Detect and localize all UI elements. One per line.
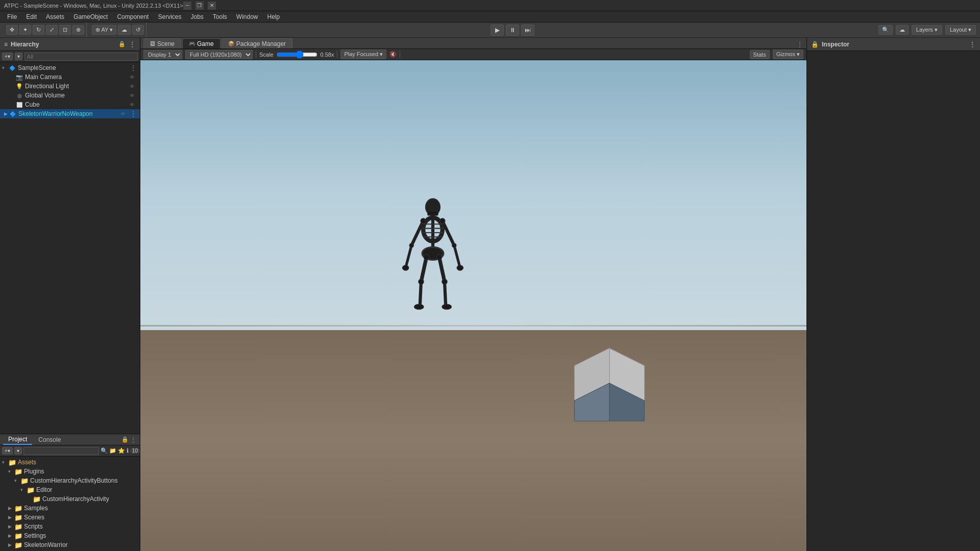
- tab-project[interactable]: Project: [3, 435, 32, 445]
- inspector-title: Inspector: [822, 41, 849, 48]
- mute-icon[interactable]: 🔇: [389, 51, 397, 58]
- cube-label: Cube: [25, 101, 130, 108]
- menu-window[interactable]: Window: [232, 12, 262, 21]
- tab-console[interactable]: Console: [33, 435, 66, 444]
- hierarchy-search-input[interactable]: [24, 53, 138, 61]
- hierarchy-item-main-camera[interactable]: ▶ 📷 Main Camera 👁: [0, 72, 140, 82]
- hierarchy-item-cube[interactable]: ▶ ⬜ Cube 👁: [0, 100, 140, 109]
- restore-button[interactable]: ❐: [195, 2, 204, 10]
- plugins-folder-icon: 📁: [14, 468, 22, 475]
- layout-dropdown[interactable]: Layout ▾: [945, 25, 976, 35]
- inspector-more-icon[interactable]: ⋮: [969, 40, 976, 48]
- hierarchy-item-global-volume[interactable]: ▶ ◎ Global Volume 👁: [0, 91, 140, 100]
- play-focused-button[interactable]: Play Focused ▾: [340, 49, 386, 59]
- menu-component[interactable]: Component: [113, 12, 153, 21]
- tab-package-manager[interactable]: 📦 Package Manager: [222, 38, 292, 48]
- tab-scene[interactable]: 🖼 Scene: [143, 38, 181, 48]
- volume-eye-icon[interactable]: 👁: [130, 93, 137, 98]
- pivot-group: ⊕ AY ▾ ☁ ↺: [90, 22, 146, 37]
- bottom-panel-tabs: Project Console 🔒 ⋮: [0, 434, 140, 445]
- project-item-custom-hierarchy[interactable]: ▾ 📁 CustomHierarchyActivityButtons: [0, 476, 140, 485]
- menu-edit[interactable]: Edit: [22, 12, 41, 21]
- project-item-scripts[interactable]: ▶ 📁 Scripts: [0, 522, 140, 531]
- project-item-skeleton-warrior[interactable]: ▶ 📁 SkeletonWarrior: [0, 540, 140, 549]
- project-item-scenes[interactable]: ▶ 📁 Scenes: [0, 513, 140, 522]
- bottom-more-icon[interactable]: ⋮: [130, 436, 137, 444]
- play-button[interactable]: ▶: [491, 24, 504, 36]
- transform-tool[interactable]: ⊕: [72, 25, 84, 35]
- game-tab-label: Game: [197, 40, 214, 47]
- game-viewport[interactable]: [140, 60, 806, 551]
- pause-button[interactable]: ⏸: [506, 24, 519, 36]
- skeleton-label: SkeletonWarriorNoWeapon: [18, 110, 120, 117]
- skeleton-warrior-label: SkeletonWarrior: [24, 541, 138, 548]
- svg-point-21: [442, 304, 451, 309]
- scenes-folder-icon: 📁: [14, 514, 22, 521]
- cloud-button[interactable]: ☁: [118, 25, 131, 35]
- hierarchy-item-directional-light[interactable]: ▶ 💡 Directional Light 👁: [0, 82, 140, 91]
- project-item-plugins[interactable]: ▾ 📁 Plugins: [0, 467, 140, 476]
- menu-gameobject[interactable]: GameObject: [69, 12, 112, 21]
- svg-line-19: [445, 282, 446, 305]
- refresh-button[interactable]: ↺: [132, 25, 144, 35]
- project-filter-button[interactable]: ▾: [14, 447, 22, 455]
- rotate-tool[interactable]: ↻: [33, 25, 44, 35]
- hierarchy-add-button[interactable]: +▾: [2, 53, 13, 60]
- hierarchy-lock-icon[interactable]: 🔒: [118, 41, 126, 47]
- light-eye-icon[interactable]: 👁: [130, 84, 137, 89]
- skeleton-eye-icon[interactable]: 👁: [120, 111, 128, 117]
- window-controls: ─ ❐ ✕: [183, 2, 216, 10]
- custom-activity-folder-icon: 📁: [33, 495, 41, 503]
- hierarchy-item-skeleton[interactable]: ▶ 🔷 SkeletonWarriorNoWeapon 👁 ⋮: [0, 109, 140, 118]
- menu-file[interactable]: File: [3, 12, 21, 21]
- volume-icon: ◎: [15, 91, 23, 99]
- rect-tool[interactable]: ⊡: [59, 25, 71, 35]
- menu-assets[interactable]: Assets: [42, 12, 68, 21]
- view-tabs-more[interactable]: ⋮: [796, 40, 803, 48]
- close-button[interactable]: ✕: [208, 2, 216, 10]
- camera-eye-icon[interactable]: 👁: [130, 74, 137, 80]
- bottom-project-content: ▾ 📁 Assets ▾ 📁 Plugins ▾ 📁 CustomHierarc…: [0, 457, 140, 551]
- menu-services[interactable]: Services: [154, 12, 185, 21]
- hierarchy-item-samplescene[interactable]: ▾ 🔷 SampleScene ⋮: [0, 63, 140, 72]
- scene-options[interactable]: ⋮: [129, 64, 138, 72]
- stats-button[interactable]: Stats: [750, 50, 770, 59]
- minimize-button[interactable]: ─: [183, 2, 191, 10]
- project-item-settings[interactable]: ▶ 📁 Settings: [0, 531, 140, 540]
- scale-slider[interactable]: [277, 51, 317, 58]
- project-search-input[interactable]: [23, 447, 99, 455]
- svg-point-27: [439, 218, 445, 223]
- hierarchy-filter-button[interactable]: ▾: [15, 53, 22, 60]
- menu-jobs[interactable]: Jobs: [186, 12, 207, 21]
- menu-help[interactable]: Help: [263, 12, 284, 21]
- assets-arrow: ▾: [2, 460, 8, 465]
- pivot-button[interactable]: ⊕ AY ▾: [92, 25, 116, 35]
- inspector-header: 🔒 Inspector ⋮: [807, 38, 980, 51]
- gizmos-button[interactable]: Gizmos ▾: [773, 49, 803, 59]
- hand-tool[interactable]: ✥: [6, 25, 18, 35]
- step-button[interactable]: ⏭: [521, 24, 534, 36]
- project-item-editor[interactable]: ▾ 📁 Editor: [0, 485, 140, 494]
- svg-point-28: [424, 255, 429, 260]
- search-button[interactable]: 🔍: [878, 25, 893, 35]
- project-item-samples[interactable]: ▶ 📁 Samples: [0, 504, 140, 513]
- resolution-select[interactable]: Full HD (980x551): [185, 50, 253, 59]
- project-add-button[interactable]: +▾: [2, 447, 13, 455]
- menu-tools[interactable]: Tools: [209, 12, 231, 21]
- move-tool[interactable]: ✦: [19, 25, 31, 35]
- hierarchy-more-icon[interactable]: ⋮: [129, 40, 136, 48]
- bottom-lock-icon[interactable]: 🔒: [121, 436, 129, 443]
- scale-tool[interactable]: ⤢: [46, 25, 58, 35]
- project-item-custom-activity[interactable]: ▶ 📁 CustomHierarchyActivity: [0, 494, 140, 504]
- cube-eye-icon[interactable]: 👁: [130, 102, 137, 108]
- layers-dropdown[interactable]: Layers ▾: [912, 25, 942, 35]
- game-tab-icon: 🎮: [189, 41, 195, 46]
- pkg-tab-label: Package Manager: [236, 40, 286, 47]
- tab-game[interactable]: 🎮 Game: [182, 38, 220, 48]
- skeleton-figure: [400, 197, 466, 315]
- cloud-services-button[interactable]: ☁: [896, 25, 909, 35]
- project-item-assets[interactable]: ▾ 📁 Assets: [0, 458, 140, 467]
- skeleton-options[interactable]: ⋮: [129, 110, 138, 118]
- display-select[interactable]: Display 1: [143, 50, 182, 59]
- light-icon: 💡: [15, 82, 23, 90]
